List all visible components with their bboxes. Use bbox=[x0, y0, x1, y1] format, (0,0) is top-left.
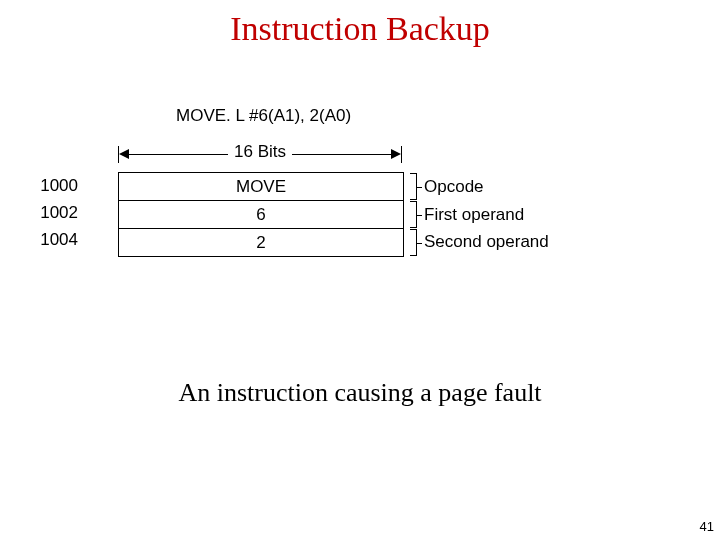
annotation-opcode: Opcode bbox=[424, 177, 484, 197]
address-2: 1004 bbox=[34, 230, 78, 250]
address-0: 1000 bbox=[34, 176, 78, 196]
table-row: 2 bbox=[119, 228, 403, 256]
page-title: Instruction Backup bbox=[0, 10, 720, 48]
brace-icon bbox=[406, 173, 417, 200]
instruction-text: MOVE. L #6(A1), 2(A0) bbox=[176, 106, 351, 126]
annotation-first-operand: First operand bbox=[424, 205, 524, 225]
caption: An instruction causing a page fault bbox=[0, 378, 720, 408]
width-dimension: 16 Bits bbox=[118, 144, 402, 166]
memory-table: MOVE 6 2 bbox=[118, 172, 404, 257]
instruction-diagram: MOVE. L #6(A1), 2(A0) 16 Bits 1000 1002 … bbox=[80, 100, 640, 330]
table-row: MOVE bbox=[119, 173, 403, 200]
annotation-second-operand: Second operand bbox=[424, 232, 549, 252]
table-row: 6 bbox=[119, 200, 403, 228]
address-1: 1002 bbox=[34, 203, 78, 223]
brace-icon bbox=[406, 201, 417, 228]
brace-icon bbox=[406, 229, 417, 256]
page-number: 41 bbox=[700, 519, 714, 534]
width-label: 16 Bits bbox=[228, 142, 292, 162]
